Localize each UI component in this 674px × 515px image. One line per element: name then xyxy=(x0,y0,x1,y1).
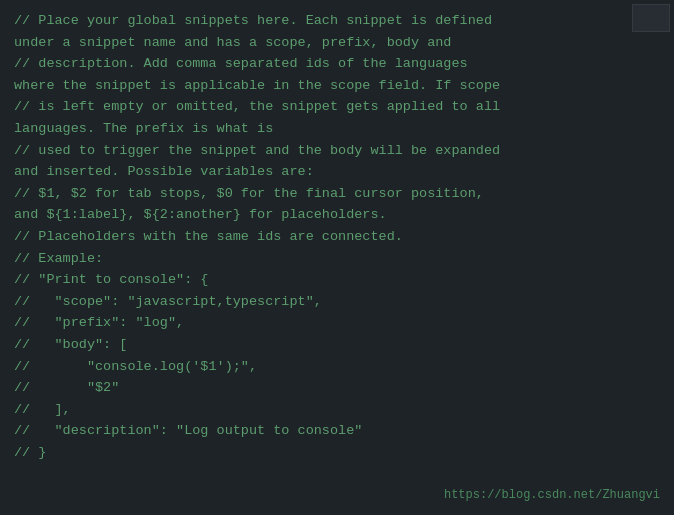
code-line: // is left empty or omitted, the snippet… xyxy=(14,96,660,118)
code-line: languages. The prefix is what is xyxy=(14,118,660,140)
code-line: // used to trigger the snippet and the b… xyxy=(14,140,660,162)
code-line: where the snippet is applicable in the s… xyxy=(14,75,660,97)
code-line: // Example: xyxy=(14,248,660,270)
code-line: // "Print to console": { xyxy=(14,269,660,291)
minimap-thumbnail xyxy=(632,4,670,32)
code-line: // "$2" xyxy=(14,377,660,399)
code-line: under a snippet name and has a scope, pr… xyxy=(14,32,660,54)
code-line: // } xyxy=(14,442,660,464)
code-line: // "prefix": "log", xyxy=(14,312,660,334)
code-content: // Place your global snippets here. Each… xyxy=(14,10,660,463)
code-line: // $1, $2 for tab stops, $0 for the fina… xyxy=(14,183,660,205)
code-line: // "description": "Log output to console… xyxy=(14,420,660,442)
code-line: // Place your global snippets here. Each… xyxy=(14,10,660,32)
code-line: // "body": [ xyxy=(14,334,660,356)
code-line: // description. Add comma separated ids … xyxy=(14,53,660,75)
code-editor: // Place your global snippets here. Each… xyxy=(0,0,674,515)
code-line: // ], xyxy=(14,399,660,421)
code-line: and inserted. Possible variables are: xyxy=(14,161,660,183)
code-line: // "console.log('$1');", xyxy=(14,356,660,378)
code-line: and ${1:label}, ${2:another} for placeho… xyxy=(14,204,660,226)
code-line: // "scope": "javascript,typescript", xyxy=(14,291,660,313)
code-line: // Placeholders with the same ids are co… xyxy=(14,226,660,248)
watermark: https://blog.csdn.net/Zhuangvi xyxy=(444,486,660,505)
